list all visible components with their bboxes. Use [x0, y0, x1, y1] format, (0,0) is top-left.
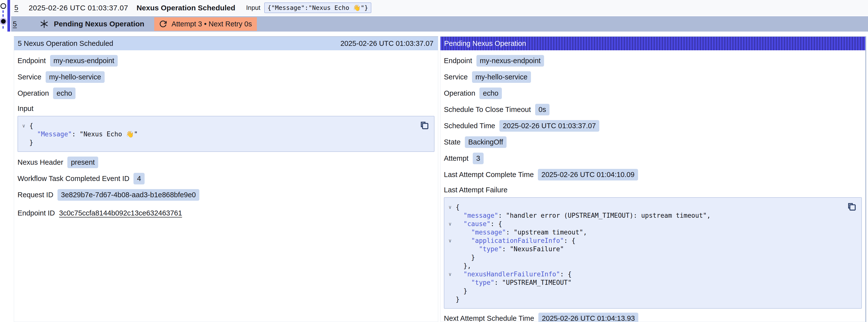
gutter-spacer — [444, 278, 456, 287]
field-label: Next Attempt Schedule Time — [444, 314, 534, 322]
scheduled-panel-title: 5 Nexus Operation Scheduled — [18, 39, 113, 47]
json-text: } — [29, 138, 33, 147]
field-label: Endpoint — [444, 57, 472, 65]
field-label: Workflow Task Completed Event ID — [18, 174, 129, 183]
timeline-open-circle-icon — [0, 3, 6, 9]
json-line: } — [18, 138, 417, 147]
json-line: }, — [444, 262, 844, 270]
copy-icon — [847, 201, 857, 212]
field-label: Last Attempt Complete Time — [444, 171, 534, 179]
json-text: } — [456, 253, 475, 262]
input-json-block: ∨{ "Message": "Nexus Echo 👋"} — [18, 116, 434, 152]
field-operation: Operation echo — [444, 88, 862, 99]
copy-button[interactable] — [846, 201, 857, 213]
scheduled-event-panel: 5 Nexus Operation Scheduled 2025-02-26 U… — [14, 36, 438, 322]
json-text: "applicationFailureInfo": { — [456, 236, 576, 245]
gutter-spacer — [444, 211, 456, 220]
lact-value-chip: 2025-02-26 UTC 01:04:10.09 — [538, 169, 638, 181]
endpoint-value-chip: my-nexus-endpoint — [50, 55, 118, 67]
json-line: } — [444, 287, 844, 295]
field-endpoint-id: Endpoint ID 3c0c75ccfa8144b092c13ce63246… — [18, 207, 434, 219]
json-text: "message": "handler error (UPSTREAM_TIME… — [456, 211, 711, 220]
event-summary-row[interactable]: 5 2025-02-26 UTC 01:03:37.07 Nexus Opera… — [11, 0, 868, 15]
event-timestamp: 2025-02-26 UTC 01:03:37.07 — [29, 4, 128, 12]
json-line: ∨{ — [18, 122, 417, 130]
json-text: "message": "upstream timeout", — [456, 228, 587, 236]
collapse-chevron-icon[interactable]: ∨ — [444, 270, 456, 278]
gutter-spacer — [444, 287, 456, 295]
pending-asterisk-icon — [39, 19, 49, 29]
field-label: Attempt — [444, 154, 469, 162]
field-service: Service my-hello-service — [444, 71, 862, 83]
field-label: Nexus Header — [18, 158, 63, 166]
input-preview-chip[interactable]: {"Message":"Nexus Echo 👋"} — [264, 2, 371, 13]
json-line: "type": "NexusFailure" — [444, 245, 844, 253]
field-schedule-to-close-timeout: Schedule To Close Timeout 0s — [444, 104, 862, 116]
gutter-spacer — [444, 228, 456, 236]
scheduled-time-value-chip: 2025-02-26 UTC 01:03:37.07 — [499, 120, 599, 132]
gutter-spacer — [444, 262, 456, 270]
pending-operation-row[interactable]: 5 Pending Nexus Operation Attempt 3 • Ne… — [11, 16, 868, 32]
timeline-active-bar — [7, 0, 10, 32]
field-label: Input — [18, 104, 34, 113]
pending-panel-title: Pending Nexus Operation — [444, 39, 526, 47]
attempt-text: Attempt 3 • Next Retry 0s — [172, 20, 252, 28]
state-value-chip: BackingOff — [465, 136, 506, 148]
service-value-chip: my-hello-service — [472, 71, 531, 83]
json-text: "Message": "Nexus Echo 👋" — [29, 130, 138, 138]
copy-button[interactable] — [419, 120, 430, 131]
json-line: ∨ "nexusHandlerFailureInfo": { — [444, 270, 844, 278]
wtce-value-chip: 4 — [133, 173, 144, 185]
json-text: "type": "UPSTREAM_TIMEOUT" — [456, 278, 572, 287]
json-text: } — [456, 287, 467, 295]
json-text: "cause": { — [456, 220, 502, 228]
field-label: State — [444, 138, 461, 146]
field-endpoint: Endpoint my-nexus-endpoint — [18, 55, 434, 67]
operation-value-chip: echo — [479, 88, 502, 99]
json-text: { — [456, 203, 460, 211]
field-label: Service — [444, 73, 468, 81]
gutter-spacer — [18, 130, 29, 138]
stct-value-chip: 0s — [535, 104, 550, 116]
failure-json-block: ∨{ "message": "handler error (UPSTREAM_T… — [444, 197, 862, 309]
pending-panel-header: Pending Nexus Operation — [440, 37, 865, 50]
field-label: Request ID — [18, 191, 53, 199]
field-state: State BackingOff — [444, 136, 862, 148]
collapse-chevron-icon[interactable]: ∨ — [18, 122, 29, 130]
nast-value-chip: 2025-02-26 UTC 01:04:13.93 — [538, 313, 638, 322]
field-endpoint: Endpoint my-nexus-endpoint — [444, 55, 862, 67]
json-line: "type": "UPSTREAM_TIMEOUT" — [444, 278, 844, 287]
field-service: Service my-hello-service — [18, 71, 434, 83]
json-line: ∨ "applicationFailureInfo": { — [444, 236, 844, 245]
field-scheduled-time: Scheduled Time 2025-02-26 UTC 01:03:37.0… — [444, 120, 862, 132]
json-line: } — [444, 253, 844, 262]
attempt-value-chip: 3 — [473, 153, 484, 164]
nexus-header-value-chip: present — [67, 157, 98, 168]
field-label: Operation — [444, 89, 475, 97]
gutter-spacer — [444, 295, 456, 303]
event-title: Nexus Operation Scheduled — [136, 4, 235, 12]
endpoint-value-chip: my-nexus-endpoint — [476, 55, 544, 67]
json-line: ∨{ — [444, 203, 844, 211]
field-last-attempt-complete-time: Last Attempt Complete Time 2025-02-26 UT… — [444, 169, 862, 181]
collapse-chevron-icon[interactable]: ∨ — [444, 203, 456, 211]
scheduled-panel-header: 5 Nexus Operation Scheduled 2025-02-26 U… — [14, 37, 438, 50]
collapse-chevron-icon[interactable]: ∨ — [444, 220, 456, 228]
attempt-badge: Attempt 3 • Next Retry 0s — [154, 17, 257, 31]
pending-id-link[interactable]: 5 — [13, 20, 17, 28]
json-text: } — [456, 295, 460, 303]
collapse-chevron-icon[interactable]: ∨ — [444, 236, 456, 245]
field-request-id: Request ID 3e829b7e-7d67-4b08-aad3-b1e86… — [18, 189, 434, 201]
gutter-spacer — [444, 253, 456, 262]
field-last-attempt-failure-label: Last Attempt Failure — [444, 186, 862, 194]
field-label: Scheduled Time — [444, 122, 495, 130]
json-line: } — [444, 295, 844, 303]
event-id-link[interactable]: 5 — [14, 4, 18, 12]
field-nexus-header: Nexus Header present — [18, 157, 434, 168]
field-label: Endpoint ID — [18, 209, 55, 217]
endpoint-id-link[interactable]: 3c0c75ccfa8144b092c13ce632463761 — [59, 209, 182, 217]
scheduled-panel-timestamp: 2025-02-26 UTC 01:03:37.07 — [340, 39, 434, 47]
field-label: Last Attempt Failure — [444, 186, 507, 194]
field-label: Schedule To Close Timeout — [444, 105, 531, 114]
pending-operation-panel: Pending Nexus Operation Endpoint my-nexu… — [440, 36, 866, 322]
